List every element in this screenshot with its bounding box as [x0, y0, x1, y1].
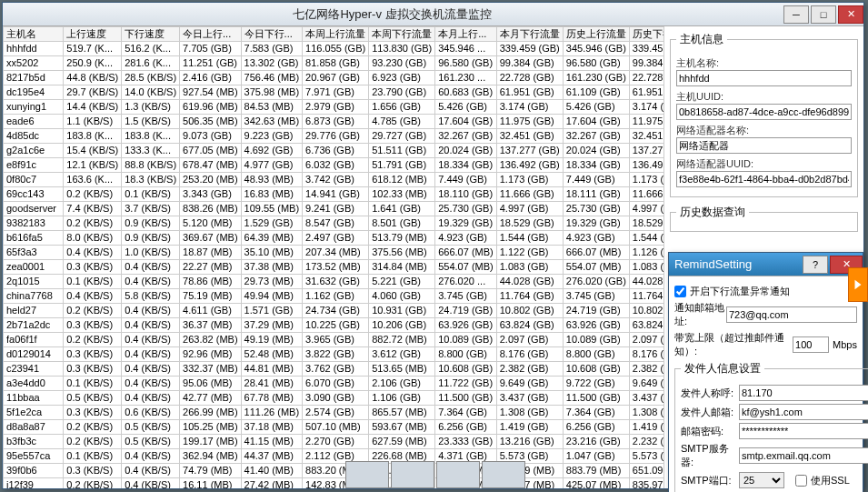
table-cell: 0.3 (KB/S): [64, 362, 122, 377]
table-cell: 7.971 (GB): [303, 85, 369, 100]
table-row[interactable]: b3fb3c0.2 (KB/S)0.5 (KB/S)199.17 (MB)41.…: [4, 435, 664, 449]
table-row[interactable]: e8f91c12.1 (KB/S)88.8 (KB/S)678.47 (MB)4…: [4, 158, 664, 173]
table-cell: 105.25 (MB): [180, 420, 242, 435]
table-cell: 1.1 (KB/S): [64, 115, 122, 129]
table-row[interactable]: 0f80c7163.6 (K...18.3 (KB/S)253.20 (MB)4…: [4, 173, 664, 187]
side-arrow-tab[interactable]: [848, 267, 868, 302]
port-select[interactable]: 25: [739, 472, 784, 488]
table-row[interactable]: 2q10150.1 (KB/S)0.4 (KB/S)78.86 (MB)29.7…: [4, 275, 664, 289]
ssl-checkbox[interactable]: [795, 475, 807, 487]
table-cell: 0.4 (KB/S): [122, 391, 180, 406]
table-row[interactable]: a3e4dd00.1 (KB/S)0.4 (KB/S)95.06 (MB)28.…: [4, 377, 664, 391]
column-header[interactable]: 下行速度: [122, 27, 180, 42]
table-row[interactable]: held270.2 (KB/S)0.4 (KB/S)4.611 (GB)1.57…: [4, 304, 664, 318]
table-cell: 1.106 (GB): [369, 391, 435, 406]
table-row[interactable]: eade61.1 (KB/S)1.5 (KB/S)506.35 (MB)342.…: [4, 115, 664, 129]
table-cell: held27: [4, 304, 64, 318]
table-cell: 425.07 (MB): [563, 478, 629, 489]
table-cell: 2q1015: [4, 275, 64, 289]
table-row[interactable]: dc195e429.7 (KB/S)14.0 (KB/S)927.54 (MB)…: [4, 85, 664, 100]
table-row[interactable]: xunying114.4 (KB/S)1.3 (KB/S)619.96 (MB)…: [4, 100, 664, 115]
table-row[interactable]: 5f1e2ca0.3 (KB/S)0.6 (KB/S)266.99 (MB)11…: [4, 406, 664, 420]
table-row[interactable]: 65f3a30.4 (KB/S)1.0 (KB/S)18.87 (MB)35.1…: [4, 246, 664, 260]
table-row[interactable]: fa06f1f0.2 (KB/S)0.4 (KB/S)263.82 (MB)49…: [4, 333, 664, 347]
column-header[interactable]: 历史上行流量: [563, 27, 629, 42]
table-row[interactable]: 93821830.2 (KB/S)0.9 (KB/S)5.120 (MB)1.5…: [4, 216, 664, 231]
column-header[interactable]: 本月下行流量: [496, 27, 563, 42]
table-cell: 20.024 (GB): [435, 144, 497, 158]
table-row[interactable]: 8217b5d44.8 (KB/S)28.5 (KB/S)2.416 (GB)7…: [4, 71, 664, 85]
table-row[interactable]: 4d85dc183.8 (K...183.8 (K...9.073 (GB)9.…: [4, 129, 664, 144]
notify-email-input[interactable]: [726, 306, 857, 323]
table-row[interactable]: 69cc1430.2 (KB/S)0.1 (KB/S)3.343 (GB)16.…: [4, 187, 664, 202]
host-uuid-input[interactable]: [676, 104, 852, 120]
table-row[interactable]: xx5202250.9 (K...281.6 (K...11.251 (GB)1…: [4, 56, 664, 71]
table-cell: 0.4 (KB/S): [122, 318, 180, 333]
table-cell: 20.967 (GB): [303, 71, 369, 85]
table-row[interactable]: 95e557ca0.1 (KB/S)0.4 (KB/S)362.94 (MB)4…: [4, 449, 664, 464]
dialog-help-button[interactable]: ?: [803, 256, 828, 274]
table-row[interactable]: j12f390.2 (KB/S)0.4 (KB/S)16.11 (MB)27.4…: [4, 478, 664, 489]
column-header[interactable]: 主机名: [4, 27, 64, 42]
table-cell: 3.965 (GB): [303, 333, 369, 347]
table-row[interactable]: 39f0b60.3 (KB/S)0.4 (KB/S)74.79 (MB)41.4…: [4, 464, 664, 478]
table-cell: 1.0 (KB/S): [122, 246, 180, 260]
table-cell: 199.17 (MB): [180, 435, 242, 449]
traffic-table-panel[interactable]: 主机名上行速度下行速度今日上行...今日下行...本周上行流量本周下行流量本月上…: [3, 26, 663, 488]
host-name-input[interactable]: [676, 70, 852, 86]
table-cell: 18.334 (GB): [435, 158, 497, 173]
table-cell: eade6: [4, 115, 64, 129]
table-cell: 42.77 (MB): [180, 391, 242, 406]
table-row[interactable]: d8a8a870.2 (KB/S)0.5 (KB/S)105.25 (MB)37…: [4, 420, 664, 435]
thumbnail[interactable]: [345, 461, 389, 488]
table-row[interactable]: china77680.4 (KB/S)5.8 (KB/S)75.19 (MB)4…: [4, 289, 664, 304]
column-header[interactable]: 历史下行流量: [629, 27, 663, 42]
dialog-title: RemindSetting: [669, 257, 801, 271]
column-header[interactable]: 本周上行流量: [303, 27, 369, 42]
table-cell: 1.173 (GB): [629, 173, 663, 187]
table-cell: 0.3 (KB/S): [64, 406, 122, 420]
table-cell: 2.270 (GB): [303, 435, 369, 449]
table-cell: 1.083 (GB): [496, 260, 563, 275]
thumbnail[interactable]: [391, 461, 434, 488]
close-button[interactable]: ✕: [838, 5, 863, 24]
column-header[interactable]: 今日下行...: [241, 27, 303, 42]
column-header[interactable]: 本月上行...: [435, 27, 497, 42]
sender-alias-input[interactable]: [739, 385, 868, 401]
enable-notify-checkbox[interactable]: [674, 286, 686, 297]
table-row[interactable]: d01290140.3 (KB/S)0.4 (KB/S)92.96 (MB)52…: [4, 347, 664, 362]
table-cell: 0.6 (KB/S): [122, 406, 180, 420]
table-row[interactable]: 11bbaa0.5 (KB/S)0.4 (KB/S)42.77 (MB)67.7…: [4, 391, 664, 406]
column-header[interactable]: 本周下行流量: [369, 27, 435, 42]
table-row[interactable]: c239410.3 (KB/S)0.4 (KB/S)332.37 (MB)44.…: [4, 362, 664, 377]
pwd-input[interactable]: [739, 423, 868, 439]
sender-group: 发件人信息设置 发件人称呼: 发件人邮箱: 邮箱密码: SMTP服务器: SMT…: [674, 361, 868, 492]
table-cell: 8.176 (GB): [629, 347, 663, 362]
history-group: 历史数据查询: [670, 205, 858, 232]
table-cell: 6.032 (GB): [303, 158, 369, 173]
sender-email-input[interactable]: [739, 404, 868, 420]
table-row[interactable]: goodserver7.4 (KB/S)3.7 (KB/S)838.26 (MB…: [4, 202, 664, 216]
thumbnail[interactable]: [436, 461, 480, 488]
table-cell: 13.302 (GB): [241, 56, 303, 71]
adapter-input[interactable]: [676, 137, 852, 154]
smtp-input[interactable]: [739, 447, 868, 464]
minimize-button[interactable]: ─: [783, 5, 809, 24]
column-header[interactable]: 上行速度: [64, 27, 122, 42]
thumbnail[interactable]: [482, 461, 525, 488]
bw-unit: Mbps: [833, 339, 857, 350]
table-row[interactable]: hhhfdd519.7 (K...516.2 (K...7.705 (GB)7.…: [4, 42, 664, 56]
table-cell: 63.824 (GB): [629, 318, 663, 333]
table-row[interactable]: b616fa58.0 (KB/S)0.9 (KB/S)369.67 (MB)64…: [4, 231, 664, 246]
adapter-uuid-input[interactable]: [676, 171, 852, 187]
column-header[interactable]: 今日上行...: [180, 27, 242, 42]
adapter-label: 网络适配器名称:: [676, 124, 852, 137]
table-row[interactable]: zea00010.3 (KB/S)0.4 (KB/S)22.27 (MB)37.…: [4, 260, 664, 275]
maximize-button[interactable]: □: [811, 5, 836, 24]
table-row[interactable]: 2b71a2dc0.3 (KB/S)0.4 (KB/S)36.37 (MB)37…: [4, 318, 664, 333]
host-name-label: 主机名称:: [676, 56, 852, 70]
table-row[interactable]: g2a1c6e15.4 (KB/S)133.3 (K...677.05 (MB)…: [4, 144, 664, 158]
table-cell: 11.251 (GB): [180, 56, 242, 71]
bw-input[interactable]: [793, 336, 829, 353]
table-cell: 7.364 (GB): [435, 406, 497, 420]
